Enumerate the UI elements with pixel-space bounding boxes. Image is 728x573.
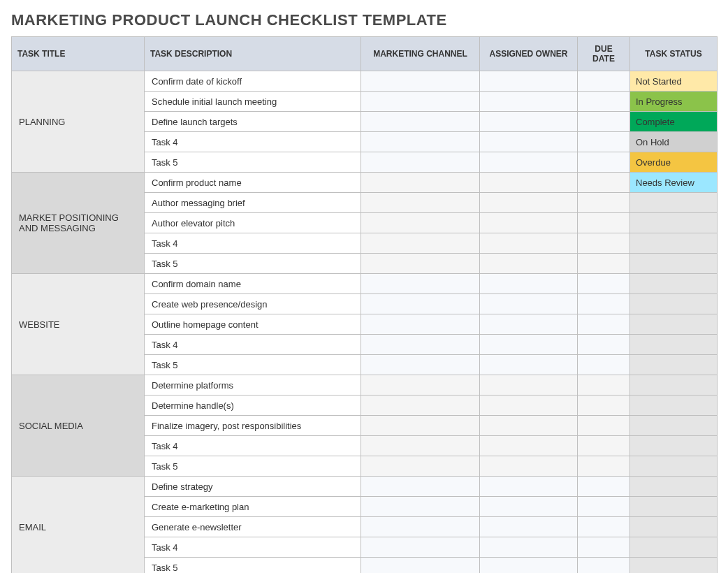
task-description-cell[interactable]: Task 5 bbox=[145, 558, 361, 574]
task-description-cell[interactable]: Task 4 bbox=[145, 335, 361, 355]
assigned-owner-cell[interactable] bbox=[480, 497, 578, 517]
assigned-owner-cell[interactable] bbox=[480, 274, 578, 294]
assigned-owner-cell[interactable] bbox=[480, 456, 578, 477]
task-status-cell[interactable] bbox=[630, 213, 718, 233]
task-status-cell[interactable] bbox=[630, 477, 718, 497]
task-description-cell[interactable]: Confirm product name bbox=[145, 173, 361, 193]
assigned-owner-cell[interactable] bbox=[480, 537, 578, 558]
due-date-cell[interactable] bbox=[578, 152, 630, 173]
due-date-cell[interactable] bbox=[578, 213, 630, 233]
due-date-cell[interactable] bbox=[578, 294, 630, 314]
assigned-owner-cell[interactable] bbox=[480, 477, 578, 497]
due-date-cell[interactable] bbox=[578, 396, 630, 416]
marketing-channel-cell[interactable] bbox=[361, 375, 480, 396]
task-description-cell[interactable]: Confirm date of kickoff bbox=[145, 71, 361, 92]
task-status-cell[interactable] bbox=[630, 254, 718, 274]
due-date-cell[interactable] bbox=[578, 335, 630, 355]
task-status-cell[interactable]: Not Started bbox=[630, 71, 718, 92]
assigned-owner-cell[interactable] bbox=[480, 152, 578, 173]
task-status-cell[interactable] bbox=[630, 416, 718, 436]
assigned-owner-cell[interactable] bbox=[480, 314, 578, 335]
marketing-channel-cell[interactable] bbox=[361, 254, 480, 274]
task-description-cell[interactable]: Determine handle(s) bbox=[145, 396, 361, 416]
marketing-channel-cell[interactable] bbox=[361, 314, 480, 335]
marketing-channel-cell[interactable] bbox=[361, 193, 480, 213]
task-description-cell[interactable]: Create web presence/design bbox=[145, 294, 361, 314]
due-date-cell[interactable] bbox=[578, 375, 630, 396]
task-description-cell[interactable]: Create e-marketing plan bbox=[145, 497, 361, 517]
due-date-cell[interactable] bbox=[578, 436, 630, 456]
marketing-channel-cell[interactable] bbox=[361, 517, 480, 537]
task-status-cell[interactable] bbox=[630, 558, 718, 574]
assigned-owner-cell[interactable] bbox=[480, 517, 578, 537]
task-status-cell[interactable]: On Hold bbox=[630, 132, 718, 152]
task-status-cell[interactable] bbox=[630, 497, 718, 517]
task-status-cell[interactable] bbox=[630, 274, 718, 294]
due-date-cell[interactable] bbox=[578, 173, 630, 193]
marketing-channel-cell[interactable] bbox=[361, 537, 480, 558]
task-description-cell[interactable]: Task 4 bbox=[145, 537, 361, 558]
assigned-owner-cell[interactable] bbox=[480, 396, 578, 416]
task-description-cell[interactable]: Task 5 bbox=[145, 254, 361, 274]
due-date-cell[interactable] bbox=[578, 314, 630, 335]
assigned-owner-cell[interactable] bbox=[480, 233, 578, 254]
marketing-channel-cell[interactable] bbox=[361, 477, 480, 497]
assigned-owner-cell[interactable] bbox=[480, 92, 578, 112]
due-date-cell[interactable] bbox=[578, 477, 630, 497]
task-description-cell[interactable]: Author messaging brief bbox=[145, 193, 361, 213]
task-status-cell[interactable] bbox=[630, 335, 718, 355]
marketing-channel-cell[interactable] bbox=[361, 416, 480, 436]
task-status-cell[interactable] bbox=[630, 314, 718, 335]
assigned-owner-cell[interactable] bbox=[480, 335, 578, 355]
due-date-cell[interactable] bbox=[578, 537, 630, 558]
assigned-owner-cell[interactable] bbox=[480, 173, 578, 193]
due-date-cell[interactable] bbox=[578, 71, 630, 92]
marketing-channel-cell[interactable] bbox=[361, 71, 480, 92]
marketing-channel-cell[interactable] bbox=[361, 294, 480, 314]
due-date-cell[interactable] bbox=[578, 497, 630, 517]
task-status-cell[interactable] bbox=[630, 517, 718, 537]
marketing-channel-cell[interactable] bbox=[361, 396, 480, 416]
task-description-cell[interactable]: Schedule initial launch meeting bbox=[145, 92, 361, 112]
assigned-owner-cell[interactable] bbox=[480, 254, 578, 274]
assigned-owner-cell[interactable] bbox=[480, 132, 578, 152]
task-status-cell[interactable]: Needs Review bbox=[630, 173, 718, 193]
assigned-owner-cell[interactable] bbox=[480, 436, 578, 456]
task-description-cell[interactable]: Finalize imagery, post responsibilities bbox=[145, 416, 361, 436]
task-description-cell[interactable]: Task 5 bbox=[145, 355, 361, 375]
due-date-cell[interactable] bbox=[578, 233, 630, 254]
due-date-cell[interactable] bbox=[578, 132, 630, 152]
task-status-cell[interactable] bbox=[630, 375, 718, 396]
task-status-cell[interactable] bbox=[630, 396, 718, 416]
task-description-cell[interactable]: Author elevator pitch bbox=[145, 213, 361, 233]
task-status-cell[interactable]: Overdue bbox=[630, 152, 718, 173]
marketing-channel-cell[interactable] bbox=[361, 112, 480, 132]
assigned-owner-cell[interactable] bbox=[480, 375, 578, 396]
marketing-channel-cell[interactable] bbox=[361, 132, 480, 152]
task-description-cell[interactable]: Confirm domain name bbox=[145, 274, 361, 294]
task-status-cell[interactable] bbox=[630, 355, 718, 375]
due-date-cell[interactable] bbox=[578, 416, 630, 436]
task-description-cell[interactable]: Define launch targets bbox=[145, 112, 361, 132]
marketing-channel-cell[interactable] bbox=[361, 355, 480, 375]
task-description-cell[interactable]: Task 4 bbox=[145, 132, 361, 152]
task-description-cell[interactable]: Outline homepage content bbox=[145, 314, 361, 335]
task-status-cell[interactable]: Complete bbox=[630, 112, 718, 132]
task-description-cell[interactable]: Task 4 bbox=[145, 436, 361, 456]
due-date-cell[interactable] bbox=[578, 456, 630, 477]
task-description-cell[interactable]: Generate e-newsletter bbox=[145, 517, 361, 537]
task-description-cell[interactable]: Task 5 bbox=[145, 152, 361, 173]
task-description-cell[interactable]: Determine platforms bbox=[145, 375, 361, 396]
marketing-channel-cell[interactable] bbox=[361, 335, 480, 355]
due-date-cell[interactable] bbox=[578, 112, 630, 132]
marketing-channel-cell[interactable] bbox=[361, 92, 480, 112]
assigned-owner-cell[interactable] bbox=[480, 71, 578, 92]
task-status-cell[interactable]: In Progress bbox=[630, 92, 718, 112]
marketing-channel-cell[interactable] bbox=[361, 497, 480, 517]
due-date-cell[interactable] bbox=[578, 92, 630, 112]
marketing-channel-cell[interactable] bbox=[361, 233, 480, 254]
due-date-cell[interactable] bbox=[578, 254, 630, 274]
due-date-cell[interactable] bbox=[578, 558, 630, 574]
due-date-cell[interactable] bbox=[578, 355, 630, 375]
task-status-cell[interactable] bbox=[630, 193, 718, 213]
